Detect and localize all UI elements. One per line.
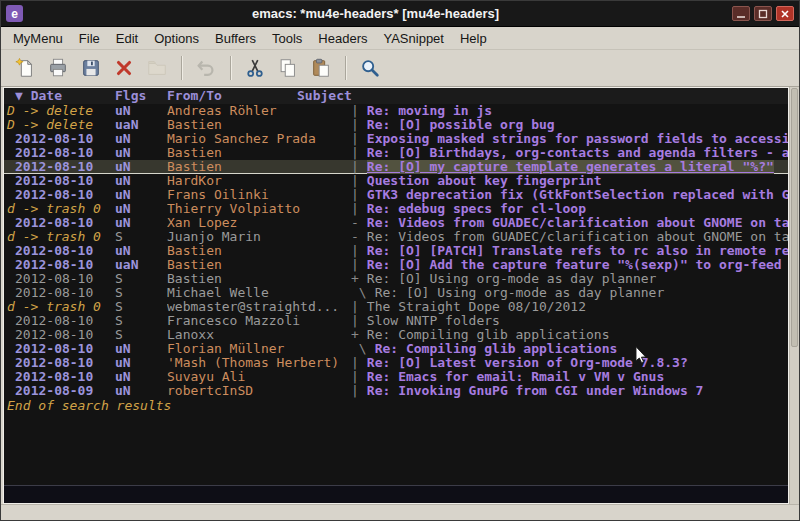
message-subject-cell: |Re: moving in js: [351, 104, 788, 118]
column-header-date[interactable]: ▼ Date: [4, 88, 115, 104]
mode-line[interactable]: *mu4e-headers* ( 5, 0) [All/2.0k] [mu4e-…: [4, 485, 788, 503]
message-subject: GTK3 deprecation fix (GtkFontSelection r…: [367, 188, 788, 202]
window-controls: [728, 6, 794, 21]
message-date: 2012-08-10: [4, 188, 115, 202]
maximize-button[interactable]: [754, 6, 772, 21]
message-row[interactable]: 2012-08-10uNBastien|Re: [O] Birthdays, o…: [4, 146, 788, 160]
message-flags: uN: [115, 342, 167, 356]
thread-prefix: |: [351, 174, 359, 188]
message-subject-cell: +Re: Compiling glib applications: [351, 328, 788, 342]
thread-prefix: -: [351, 216, 359, 230]
menu-tools[interactable]: Tools: [264, 28, 310, 49]
message-row[interactable]: 2012-08-10SBastien+Re: [O] Using org-mod…: [4, 272, 788, 286]
column-header-subject[interactable]: Subject: [297, 88, 788, 104]
message-subject: Re: [O] my capture template generates a …: [367, 160, 774, 174]
message-date: 2012-08-10: [4, 174, 115, 188]
cut-button[interactable]: [239, 54, 270, 83]
message-from: Bastien: [167, 160, 351, 174]
menu-mymenu[interactable]: MyMenu: [5, 28, 71, 49]
message-row[interactable]: 2012-08-10uNFlorian Müllner \Re: Compili…: [4, 342, 788, 356]
menu-yasnippet[interactable]: YASnippet: [375, 28, 451, 49]
message-from: Bastien: [167, 146, 351, 160]
message-row[interactable]: d -> trash 0SJuanjo Marin-Re: Videos fro…: [4, 230, 788, 244]
message-mark: d -> trash 0: [4, 230, 115, 244]
message-from: HardKor: [167, 174, 351, 188]
undo-icon: [195, 57, 217, 79]
message-row[interactable]: d -> trash 0uNThierry Volpiatto|Re: edeb…: [4, 202, 788, 216]
message-row[interactable]: 2012-08-10uN'Mash (Thomas Herbert)|Re: […: [4, 356, 788, 370]
message-row[interactable]: d -> trash 0Swebmaster@straightd...|The …: [4, 300, 788, 314]
message-from: Lanoxx: [167, 328, 351, 342]
minimize-icon: [736, 9, 746, 19]
message-subject-cell: -Re: Videos from GUADEC/clarification ab…: [351, 230, 788, 244]
titlebar[interactable]: e emacs: *mu4e-headers* [mu4e-headers]: [1, 1, 799, 27]
scrollbar-thumb[interactable]: [791, 88, 798, 347]
message-date: 2012-08-10: [4, 272, 115, 286]
message-date: 2012-08-10: [4, 286, 115, 300]
message-from: Bastien: [167, 244, 351, 258]
search-button[interactable]: [354, 54, 385, 83]
message-row[interactable]: 2012-08-10SLanoxx+Re: Compiling glib app…: [4, 328, 788, 342]
message-row[interactable]: 2012-08-10uNBastien|Re: [O] [PATCH] Tran…: [4, 244, 788, 258]
thread-prefix: |: [351, 202, 359, 216]
message-subject-cell: \Re: Compiling glib applications: [351, 342, 788, 356]
modeline-maildir: maildir:/bulk: [634, 502, 736, 503]
column-header-from[interactable]: From/To: [167, 88, 297, 104]
message-row[interactable]: 2012-08-10SMichael Welle \Re: [O] Using …: [4, 286, 788, 300]
menu-help[interactable]: Help: [452, 28, 495, 49]
message-subject: Re: [O] [PATCH] Translate refs to rc als…: [367, 244, 788, 258]
menu-options[interactable]: Options: [146, 28, 207, 49]
menu-file[interactable]: File: [71, 28, 108, 49]
message-row[interactable]: 2012-08-10uNHardKor|Question about key f…: [4, 174, 788, 188]
message-subject-cell: |Re: [O] [PATCH] Translate refs to rc al…: [351, 244, 788, 258]
message-subject-cell: |Re: edebug specs for cl-loop: [351, 202, 788, 216]
message-from: Michael Welle: [167, 286, 351, 300]
window-resize-edge[interactable]: [1, 504, 799, 520]
message-row[interactable]: 2012-08-10uNSuvayu Ali|Re: Emacs for ema…: [4, 370, 788, 384]
column-header-flags[interactable]: Flgs: [115, 88, 167, 104]
message-row[interactable]: 2012-08-10uaNBastien|Re: [O] Add the cap…: [4, 258, 788, 272]
message-subject-cell: |Re: Invoking GnuPG from CGI under Windo…: [351, 384, 788, 398]
new-file-button[interactable]: [9, 54, 40, 83]
message-from: 'Mash (Thomas Herbert): [167, 356, 351, 370]
modeline-mod-flag: Mod: [493, 502, 516, 503]
thread-prefix: |: [351, 132, 359, 146]
message-mark: D -> delete: [4, 118, 115, 132]
message-row[interactable]: 2012-08-10SFrancesco Mazzoli|Slow NNTP f…: [4, 314, 788, 328]
message-flags: S: [115, 230, 167, 244]
toolbar-separator: [230, 56, 232, 80]
message-from: Andreas Röhler: [167, 104, 351, 118]
message-row[interactable]: D -> deleteuaNBastien|Re: [O] possible o…: [4, 118, 788, 132]
minimize-button[interactable]: [732, 6, 750, 21]
message-mark: d -> trash 0: [4, 202, 115, 216]
print-button[interactable]: [42, 54, 73, 83]
menu-edit[interactable]: Edit: [108, 28, 146, 49]
message-subject-cell: |Re: [O] possible org bug: [351, 118, 788, 132]
message-from: Juanjo Marin: [167, 230, 351, 244]
message-row[interactable]: 2012-08-10uNMario Sanchez Prada|Exposing…: [4, 132, 788, 146]
message-row[interactable]: 2012-08-10uNBastien|Re: [O] my capture t…: [4, 160, 788, 174]
modeline-dashes: ------------------------------------: [736, 502, 788, 503]
thread-prefix: |: [351, 146, 359, 160]
message-subject: Re: moving in js: [367, 104, 492, 118]
message-row[interactable]: 2012-08-09uNrobertcInSD|Re: Invoking Gnu…: [4, 384, 788, 398]
scrollbar[interactable]: [789, 87, 799, 504]
copy-button[interactable]: [272, 54, 303, 83]
message-date: 2012-08-10: [4, 216, 115, 230]
modeline-stats: ( 5, 0) [All/2.0k]: [180, 502, 337, 503]
thread-prefix: |: [351, 104, 359, 118]
close-button[interactable]: [108, 54, 139, 83]
message-row[interactable]: 2012-08-10uNFrans Oilinki|GTK3 deprecati…: [4, 188, 788, 202]
menu-buffers[interactable]: Buffers: [207, 28, 264, 49]
thread-prefix: |: [351, 370, 359, 384]
open-file-button: [141, 54, 172, 83]
emacs-window: e emacs: *mu4e-headers* [mu4e-headers] M…: [0, 0, 800, 521]
paste-button[interactable]: [305, 54, 336, 83]
message-flags: S: [115, 300, 167, 314]
message-row[interactable]: 2012-08-10uNXan Lopez-Re: Videos from GU…: [4, 216, 788, 230]
save-button[interactable]: [75, 54, 106, 83]
message-row[interactable]: D -> deleteuNAndreas Röhler|Re: moving i…: [4, 104, 788, 118]
menu-headers[interactable]: Headers: [310, 28, 375, 49]
message-flags: uN: [115, 132, 167, 146]
close-button[interactable]: [776, 6, 794, 21]
